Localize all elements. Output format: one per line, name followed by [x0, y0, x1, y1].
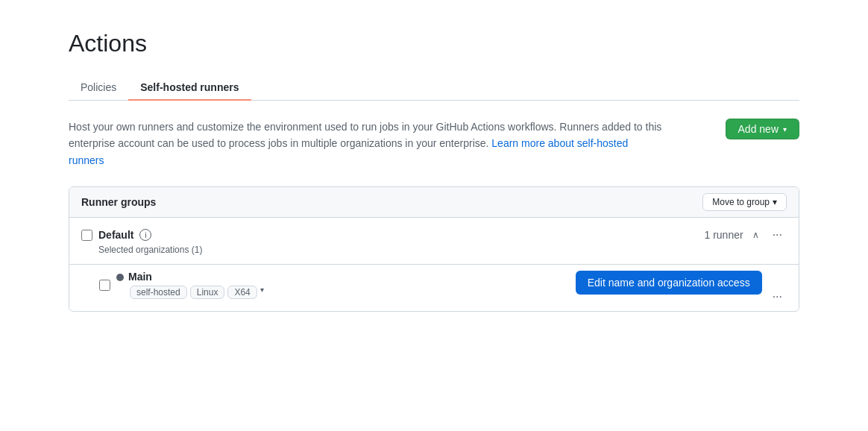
runner-name: Main: [128, 271, 152, 283]
runner-groups-title: Runner groups: [81, 196, 156, 208]
tabs-bar: Policies Self-hosted runners: [69, 75, 799, 101]
runner-tag-self-hosted: self-hosted: [130, 286, 187, 299]
tab-policies[interactable]: Policies: [69, 75, 128, 101]
runner-group-three-dots-button[interactable]: ···: [768, 227, 787, 243]
page-title: Actions: [69, 30, 799, 57]
description-row: Host your own runners and customize the …: [69, 119, 799, 169]
runner-groups-header: Runner groups Move to group ▾: [69, 187, 799, 218]
runner-group-default: Default i 1 runner ∧ ··· Selected organi…: [69, 218, 799, 265]
expand-icon[interactable]: ∧: [752, 230, 759, 240]
tags-dropdown-chevron-icon[interactable]: ▾: [260, 286, 264, 299]
runner-group-checkbox[interactable]: [81, 230, 92, 241]
runner-groups-box: Runner groups Move to group ▾ Default i …: [69, 186, 799, 312]
runner-status-dot: [116, 274, 124, 281]
description-text: Host your own runners and customize the …: [69, 119, 665, 169]
edit-name-org-access-menu-item[interactable]: Edit name and organization access: [576, 271, 762, 295]
info-icon[interactable]: i: [139, 229, 151, 241]
move-to-group-chevron-icon: ▾: [773, 197, 777, 207]
add-new-button[interactable]: Add new ▾: [726, 119, 799, 139]
move-to-group-button[interactable]: Move to group ▾: [702, 193, 787, 211]
tab-self-hosted-runners[interactable]: Self-hosted runners: [128, 75, 251, 101]
runner-group-row-header: Default i 1 runner ∧ ···: [81, 227, 787, 243]
chevron-down-icon: ▾: [783, 125, 787, 133]
runner-item-three-dots-button[interactable]: ···: [768, 289, 787, 305]
move-to-group-label: Move to group: [712, 197, 770, 207]
runner-item-left: Main self-hosted Linux X64 ▾: [99, 271, 264, 299]
runner-tags: self-hosted Linux X64 ▾: [130, 286, 264, 299]
runner-group-left: Default i: [81, 229, 151, 241]
runner-item-right: Edit name and organization access ···: [576, 271, 787, 305]
runner-item-content: Main self-hosted Linux X64 ▾: [116, 271, 264, 299]
runner-item-main: Main self-hosted Linux X64 ▾ Edit name a…: [69, 265, 799, 311]
runner-item-checkbox[interactable]: [99, 280, 110, 291]
add-new-label: Add new: [738, 123, 779, 135]
runner-count: 1 runner: [705, 229, 743, 241]
runner-tag-x64: X64: [227, 286, 257, 299]
selected-orgs: Selected organizations (1): [98, 245, 787, 255]
runner-tag-linux: Linux: [190, 286, 225, 299]
runner-group-right: 1 runner ∧ ···: [705, 227, 787, 243]
runner-group-name: Default: [98, 229, 133, 241]
